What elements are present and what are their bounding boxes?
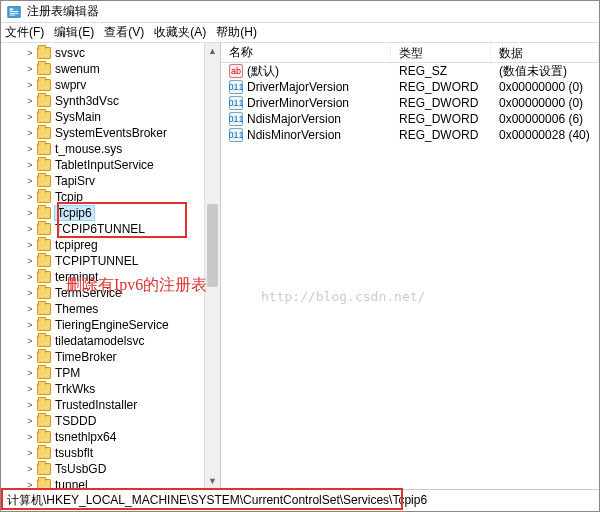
tree-item[interactable]: >Themes bbox=[25, 301, 204, 317]
value-row[interactable]: 011DriverMajorVersionREG_DWORD0x00000000… bbox=[221, 79, 599, 95]
tree-item[interactable]: >TabletInputService bbox=[25, 157, 204, 173]
menu-edit[interactable]: 编辑(E) bbox=[54, 24, 94, 41]
tree-item[interactable]: >TieringEngineService bbox=[25, 317, 204, 333]
tree-item[interactable]: >swenum bbox=[25, 61, 204, 77]
folder-icon bbox=[37, 431, 51, 443]
expand-icon[interactable]: > bbox=[25, 128, 35, 138]
expand-icon[interactable]: > bbox=[25, 64, 35, 74]
tree-item[interactable]: >tcpipreg bbox=[25, 237, 204, 253]
expand-icon[interactable]: > bbox=[25, 256, 35, 266]
expand-icon[interactable]: > bbox=[25, 448, 35, 458]
expand-icon[interactable]: > bbox=[25, 304, 35, 314]
expand-icon[interactable]: > bbox=[25, 144, 35, 154]
value-row[interactable]: 011NdisMinorVersionREG_DWORD0x00000028 (… bbox=[221, 127, 599, 143]
value-row[interactable]: 011NdisMajorVersionREG_DWORD0x00000006 (… bbox=[221, 111, 599, 127]
menu-view[interactable]: 查看(V) bbox=[104, 24, 144, 41]
scroll-thumb[interactable] bbox=[207, 204, 218, 287]
expand-icon[interactable]: > bbox=[25, 416, 35, 426]
expand-icon[interactable]: > bbox=[25, 48, 35, 58]
tree-pane[interactable]: >svsvc>swenum>swprv>Synth3dVsc>SysMain>S… bbox=[1, 43, 221, 489]
expand-icon[interactable]: > bbox=[25, 240, 35, 250]
registry-tree[interactable]: >svsvc>swenum>swprv>Synth3dVsc>SysMain>S… bbox=[1, 43, 204, 489]
tree-item[interactable]: >TPM bbox=[25, 365, 204, 381]
expand-icon[interactable]: > bbox=[25, 192, 35, 202]
value-data: 0x00000028 (40) bbox=[491, 128, 599, 142]
expand-icon[interactable]: > bbox=[25, 384, 35, 394]
expand-icon[interactable]: > bbox=[25, 368, 35, 378]
tree-item[interactable]: >SystemEventsBroker bbox=[25, 125, 204, 141]
value-row[interactable]: 011DriverMinorVersionREG_DWORD0x00000000… bbox=[221, 95, 599, 111]
tree-item[interactable]: >svsvc bbox=[25, 45, 204, 61]
column-data[interactable]: 数据 bbox=[491, 43, 599, 62]
tree-item[interactable]: >tunnel bbox=[25, 477, 204, 489]
expand-icon[interactable]: > bbox=[25, 160, 35, 170]
tree-item[interactable]: >tsnethlpx64 bbox=[25, 429, 204, 445]
expand-icon[interactable]: > bbox=[25, 480, 35, 489]
values-pane[interactable]: 名称 类型 数据 ab(默认)REG_SZ(数值未设置)011DriverMaj… bbox=[221, 43, 599, 489]
value-row[interactable]: ab(默认)REG_SZ(数值未设置) bbox=[221, 63, 599, 79]
folder-icon bbox=[37, 111, 51, 123]
tree-item[interactable]: >swprv bbox=[25, 77, 204, 93]
folder-icon bbox=[37, 239, 51, 251]
tree-item-label: tsnethlpx64 bbox=[55, 430, 116, 444]
value-data: 0x00000000 (0) bbox=[491, 80, 599, 94]
menu-file[interactable]: 文件(F) bbox=[5, 24, 44, 41]
expand-icon[interactable]: > bbox=[25, 352, 35, 362]
tree-item[interactable]: >TrustedInstaller bbox=[25, 397, 204, 413]
tree-item-label: t_mouse.sys bbox=[55, 142, 122, 156]
tree-item[interactable]: >Tcpip bbox=[25, 189, 204, 205]
expand-icon[interactable]: > bbox=[25, 208, 35, 218]
expand-icon[interactable]: > bbox=[25, 112, 35, 122]
content-area: >svsvc>swenum>swprv>Synth3dVsc>SysMain>S… bbox=[1, 43, 599, 489]
expand-icon[interactable]: > bbox=[25, 96, 35, 106]
expand-icon[interactable]: > bbox=[25, 320, 35, 330]
tree-scrollbar[interactable]: ▲ ▼ bbox=[204, 43, 220, 489]
menubar: 文件(F) 编辑(E) 查看(V) 收藏夹(A) 帮助(H) bbox=[1, 23, 599, 43]
folder-icon bbox=[37, 319, 51, 331]
tree-item[interactable]: >Tcpip6 bbox=[25, 205, 204, 221]
tree-item[interactable]: >TrkWks bbox=[25, 381, 204, 397]
tree-item[interactable]: >TCPIPTUNNEL bbox=[25, 253, 204, 269]
tree-item[interactable]: >TimeBroker bbox=[25, 349, 204, 365]
tree-item[interactable]: >TermService bbox=[25, 285, 204, 301]
column-type[interactable]: 类型 bbox=[391, 43, 491, 62]
tree-item[interactable]: >Synth3dVsc bbox=[25, 93, 204, 109]
scroll-up-icon[interactable]: ▲ bbox=[205, 43, 220, 59]
scroll-down-icon[interactable]: ▼ bbox=[205, 473, 220, 489]
tree-item-label: TSDDD bbox=[55, 414, 96, 428]
value-type: REG_DWORD bbox=[391, 128, 491, 142]
tree-item[interactable]: >tsusbflt bbox=[25, 445, 204, 461]
expand-icon[interactable]: > bbox=[25, 80, 35, 90]
expand-icon[interactable]: > bbox=[25, 464, 35, 474]
folder-icon bbox=[37, 95, 51, 107]
tree-item[interactable]: >SysMain bbox=[25, 109, 204, 125]
titlebar: 注册表编辑器 bbox=[1, 1, 599, 23]
folder-icon bbox=[37, 287, 51, 299]
folder-icon bbox=[37, 207, 51, 219]
expand-icon[interactable]: > bbox=[25, 336, 35, 346]
tree-item-label: tunnel bbox=[55, 478, 88, 489]
tree-item-label: Tcpip bbox=[55, 190, 83, 204]
tree-item[interactable]: >t_mouse.sys bbox=[25, 141, 204, 157]
expand-icon[interactable]: > bbox=[25, 432, 35, 442]
expand-icon[interactable]: > bbox=[25, 400, 35, 410]
expand-icon[interactable]: > bbox=[25, 272, 35, 282]
folder-icon bbox=[37, 399, 51, 411]
tree-item[interactable]: >TCPIP6TUNNEL bbox=[25, 221, 204, 237]
tree-item-label: terminpt bbox=[55, 270, 98, 284]
tree-item[interactable]: >TapiSrv bbox=[25, 173, 204, 189]
expand-icon[interactable]: > bbox=[25, 288, 35, 298]
expand-icon[interactable]: > bbox=[25, 176, 35, 186]
values-list[interactable]: ab(默认)REG_SZ(数值未设置)011DriverMajorVersion… bbox=[221, 63, 599, 143]
tree-item[interactable]: >TSDDD bbox=[25, 413, 204, 429]
menu-help[interactable]: 帮助(H) bbox=[216, 24, 257, 41]
column-name[interactable]: 名称 bbox=[221, 43, 391, 62]
tree-item-label: TieringEngineService bbox=[55, 318, 169, 332]
tree-item[interactable]: >TsUsbGD bbox=[25, 461, 204, 477]
menu-favorites[interactable]: 收藏夹(A) bbox=[154, 24, 206, 41]
tree-item-label: Synth3dVsc bbox=[55, 94, 119, 108]
value-name: DriverMinorVersion bbox=[247, 96, 349, 110]
tree-item[interactable]: >tiledatamodelsvc bbox=[25, 333, 204, 349]
tree-item[interactable]: >terminpt bbox=[25, 269, 204, 285]
expand-icon[interactable]: > bbox=[25, 224, 35, 234]
